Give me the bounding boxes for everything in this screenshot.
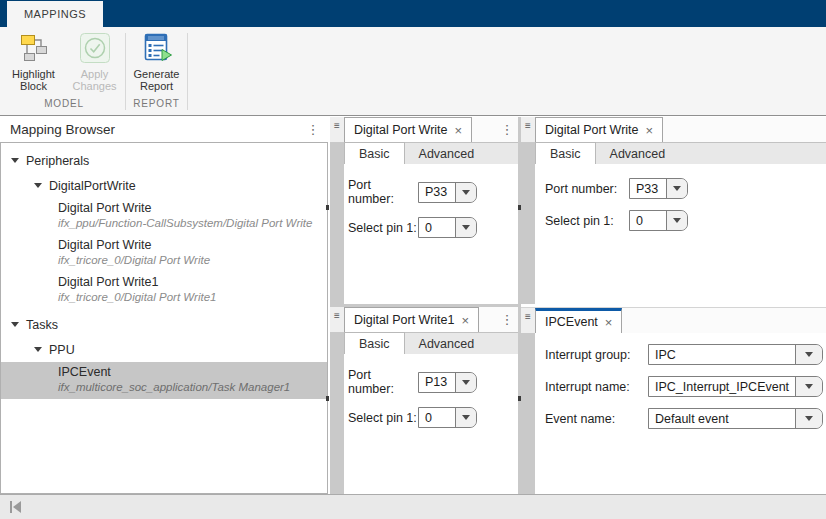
panel-title: Mapping Browser [10,122,115,137]
toolbar: Highlight Block Apply Changes MODEL [0,27,826,113]
tree-leaf-ipcevent[interactable]: IPCEvent ifx_multicore_soc_application/T… [1,362,327,399]
collapse-browser-icon[interactable] [9,500,23,514]
select-pin-dropdown[interactable]: 0 [418,217,477,238]
subtab-strip: Basic Advanced [535,142,826,164]
panel-splitter-vertical[interactable] [518,117,521,494]
event-name-dropdown[interactable]: Default event [648,408,823,429]
panel-digital-port-write-right: ≡ Digital Port Write × Basic Advanced Po… [521,117,826,304]
dropdown-value: P33 [630,179,666,198]
dropdown-value: Default event [649,409,795,428]
tab-label: Digital Port Write [545,123,639,137]
tree-node-label: Peripherals [26,154,89,168]
highlight-block-button[interactable]: Highlight Block [3,33,64,98]
splitter-handle-dot[interactable] [326,205,329,210]
dropdown-arrow-icon[interactable] [666,179,687,198]
field-label: Port number: [545,182,629,196]
splitter-handle-dot[interactable] [518,205,521,210]
tree-leaf-digital-port-write-tricore[interactable]: Digital Port Write ifx_tricore_0/Digital… [1,235,327,272]
field-label: Select pin 1: [348,221,418,235]
toolstrip: MAPPINGS Highlight Block [0,0,826,116]
splitter-handle-dot[interactable] [518,396,521,401]
panel-gutter[interactable]: ≡ [521,308,535,494]
field-label: Select pin 1: [348,411,418,425]
drag-handle-icon[interactable]: ≡ [330,117,344,142]
apply-changes-button: Apply Changes [64,33,125,98]
select-pin-dropdown[interactable]: 0 [629,210,688,231]
close-icon[interactable]: × [455,124,463,137]
dropdown-arrow-icon[interactable] [455,373,476,392]
panel-ipcevent: ≡ IPCEvent × Interrupt group: IPC Interr… [521,307,826,494]
expand-caret-icon[interactable] [34,183,42,192]
tree-leaf-label: IPCEvent [58,365,327,380]
panel-gutter[interactable]: ≡ [330,117,344,304]
tree-node-tasks[interactable]: Tasks [1,312,327,337]
field-label: Interrupt name: [545,380,648,394]
close-icon[interactable]: × [605,316,613,329]
generate-report-icon [141,33,173,65]
ribbon-tab-row: MAPPINGS [0,0,826,27]
panel-menu-icon[interactable]: ⋮ [496,307,518,332]
dropdown-arrow-icon[interactable] [795,345,822,364]
drag-handle-icon[interactable]: ≡ [330,307,344,332]
tree-leaf-digital-port-write1[interactable]: Digital Port Write1 ifx_tricore_0/Digita… [1,272,327,309]
close-icon[interactable]: × [462,314,470,327]
tree-node-label: PPU [49,343,75,357]
tab-advanced[interactable]: Advanced [596,143,680,164]
tree-leaf-digital-port-write-ppu[interactable]: Digital Port Write ifx_ppu/Function-Call… [1,198,327,235]
generate-report-button[interactable]: Generate Report [126,33,187,98]
tab-digital-port-write[interactable]: Digital Port Write × [344,117,472,142]
port-number-dropdown[interactable]: P33 [418,182,477,203]
panel-gutter[interactable]: ≡ [330,307,344,494]
panel-menu-icon[interactable]: ⋮ [304,122,322,137]
subtab-strip: Basic Advanced [344,332,518,354]
panel-tabbar: Digital Port Write1 × ⋮ [344,307,518,332]
port-number-dropdown[interactable]: P13 [418,372,477,393]
expand-caret-icon[interactable] [11,158,19,167]
tab-advanced[interactable]: Advanced [405,333,489,354]
subtab-strip: Basic Advanced [344,142,518,164]
panel-menu-icon[interactable]: ⋮ [496,117,518,142]
interrupt-name-dropdown[interactable]: IPC_Interrupt_IPCEvent [648,376,823,397]
dropdown-value: P33 [419,183,455,202]
tab-digital-port-write[interactable]: Digital Port Write × [535,117,663,142]
dropdown-arrow-icon[interactable] [455,408,476,427]
mapping-browser-panel: Mapping Browser ⋮ Peripherals DigitalPor… [0,117,328,494]
splitter-handle-dot[interactable] [326,396,329,401]
select-pin-dropdown[interactable]: 0 [418,407,477,428]
interrupt-group-dropdown[interactable]: IPC [648,344,823,365]
mapping-tree: Peripherals DigitalPortWrite Digital Por… [0,142,328,494]
panel-tabbar: Digital Port Write × [535,117,826,142]
tree-node-ppu[interactable]: PPU [1,337,327,362]
tree-leaf-path: ifx_tricore_0/Digital Port Write [58,253,327,267]
dropdown-value: 0 [419,218,455,237]
panel-gutter[interactable]: ≡ [521,117,535,304]
dropdown-arrow-icon[interactable] [795,377,822,396]
tree-leaf-path: ifx_multicore_soc_application/Task Manag… [58,380,327,394]
port-number-dropdown[interactable]: P33 [629,178,688,199]
drag-handle-icon[interactable]: ≡ [521,308,535,333]
drag-handle-icon[interactable]: ≡ [521,117,535,142]
tab-digital-port-write1[interactable]: Digital Port Write1 × [344,307,479,332]
dropdown-arrow-icon[interactable] [666,211,687,230]
expand-caret-icon[interactable] [11,322,19,331]
highlight-block-icon [18,33,50,65]
tab-basic[interactable]: Basic [344,142,405,164]
field-label: Interrupt group: [545,348,648,362]
panel-digital-port-write1: ≡ Digital Port Write1 × ⋮ Basic Advanced… [330,307,518,494]
toolbar-group-label: REPORT [133,98,179,113]
expand-caret-icon[interactable] [34,347,42,356]
tree-node-peripherals[interactable]: Peripherals [1,148,327,173]
tree-node-digitalportwrite[interactable]: DigitalPortWrite [1,173,327,198]
toolbar-group-model: Highlight Block Apply Changes MODEL [3,27,125,113]
tab-basic[interactable]: Basic [344,332,405,354]
tab-mappings[interactable]: MAPPINGS [7,1,103,27]
tab-advanced[interactable]: Advanced [405,143,489,164]
close-icon[interactable]: × [646,124,654,137]
tab-ipcevent[interactable]: IPCEvent × [535,308,622,333]
tree-leaf-path: ifx_tricore_0/Digital Port Write1 [58,290,327,304]
panel-tabbar: IPCEvent × [535,308,826,333]
dropdown-arrow-icon[interactable] [455,218,476,237]
tab-basic[interactable]: Basic [535,142,596,164]
dropdown-arrow-icon[interactable] [455,183,476,202]
dropdown-arrow-icon[interactable] [795,409,822,428]
